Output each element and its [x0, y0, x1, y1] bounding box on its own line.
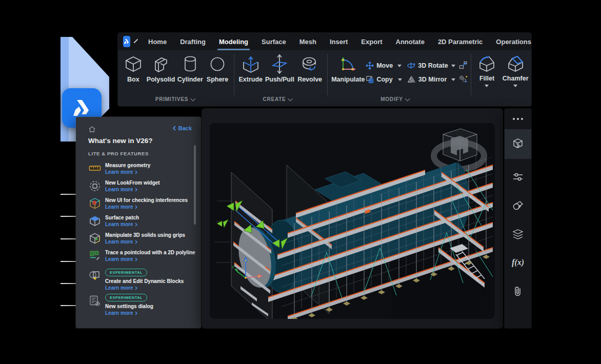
revolve-icon [299, 54, 320, 74]
rotate-3d-icon [407, 62, 415, 70]
back-button[interactable]: Back [173, 125, 192, 131]
tab-insert[interactable]: Insert [323, 33, 354, 50]
chevron-right-icon [135, 286, 137, 290]
dropdown-caret-icon[interactable] [397, 65, 402, 67]
dropdown-caret-icon[interactable] [485, 85, 489, 87]
decor-line [61, 216, 76, 217]
stage: Home Drafting Modeling Surface Mesh Inse… [0, 0, 601, 364]
dropdown-caret-icon[interactable] [451, 65, 455, 67]
tool-fillet[interactable]: Fillet [474, 53, 500, 87]
feature-dynamic-blocks: EXPERIMENTAL Create and Edit Dynamic Blo… [76, 266, 201, 291]
learn-more-link[interactable]: Learn more [105, 204, 201, 210]
tool-polysolid[interactable]: Polysolid [146, 53, 176, 83]
tab-modeling[interactable]: Modeling [212, 33, 255, 50]
chevron-down-icon[interactable] [134, 38, 138, 43]
sidebar-item-expressions[interactable]: f(x) [505, 252, 531, 273]
learn-more-link[interactable]: Learn more [105, 310, 201, 316]
lookfrom-icon [89, 180, 101, 192]
layers-icon [512, 229, 524, 240]
sidebar-item-attachments[interactable] [505, 281, 531, 301]
modify-small-buttons [458, 60, 468, 84]
tool-pushpull[interactable]: Push/Pull [264, 53, 296, 83]
tool-manipulate[interactable]: Manipulate [331, 53, 366, 83]
tool-extrude[interactable]: Extrude [237, 53, 264, 83]
tool-3d-mirror[interactable]: 3D Mirror [418, 76, 448, 83]
tool-revolve[interactable]: Revolve [295, 53, 324, 83]
scale-rect-icon[interactable] [458, 60, 468, 70]
tool-copy[interactable]: Copy [376, 76, 394, 83]
mirror-3d-icon [407, 75, 416, 84]
section-create[interactable]: CREATE [263, 96, 292, 102]
learn-more-link[interactable]: Learn more [105, 187, 201, 192]
modify-rows: Move 3D Rotate Copy [366, 60, 455, 85]
tool-sphere[interactable]: Sphere [204, 53, 231, 83]
sidebar-item-model-browser[interactable] [505, 129, 531, 159]
box-icon [123, 54, 144, 74]
learn-more-link[interactable]: Learn more [105, 256, 201, 262]
dynamic-blocks-icon [89, 270, 101, 282]
model-browser-icon [511, 137, 525, 151]
learn-more-link[interactable]: Learn more [105, 285, 201, 291]
right-sidebar: f(x) [505, 109, 531, 328]
tab-drafting[interactable]: Drafting [173, 33, 212, 50]
section-modify[interactable]: MODIFY [380, 96, 409, 102]
learn-more-link[interactable]: Learn more [105, 221, 201, 227]
guide-lines [215, 201, 232, 262]
interference-cube-icon [89, 197, 101, 210]
chevron-down-icon [288, 96, 293, 101]
learn-more-link[interactable]: Learn more [105, 239, 201, 245]
chevron-right-icon [135, 223, 137, 227]
app-logo[interactable] [123, 36, 130, 47]
gears-icon[interactable] [458, 74, 468, 84]
feature-measure-geometry: Measure geometry Learn more [76, 161, 201, 178]
chevron-right-icon [135, 205, 137, 209]
tab-2d-parametric[interactable]: 2D Parametric [431, 33, 489, 50]
viewport-canvas[interactable]: Y [210, 123, 495, 319]
tool-cylinder[interactable]: Cylinder [176, 53, 204, 83]
tab-export[interactable]: Export [354, 33, 389, 50]
tool-move[interactable]: Move [376, 62, 394, 69]
sidebar-item-materials[interactable] [505, 195, 531, 216]
cylinder-icon [180, 54, 201, 74]
chevron-right-icon [135, 188, 137, 192]
feature-interference-check: New UI for checking interferences Learn … [76, 196, 201, 213]
overflow-menu-icon[interactable] [513, 118, 523, 120]
chevron-right-icon [135, 170, 137, 174]
chevron-right-icon [135, 311, 137, 315]
tool-chamfer[interactable]: Chamfer [499, 53, 531, 87]
feature-lookfrom-widget: New LookFrom widget Learn more [76, 178, 201, 196]
chevron-down-icon [190, 96, 195, 101]
learn-more-link[interactable]: Learn more [105, 169, 201, 175]
decor-line [61, 194, 76, 195]
section-primitives[interactable]: PRIMITIVES [155, 96, 195, 102]
ucs-y-label: Y [231, 265, 235, 270]
dropdown-caret-icon[interactable] [398, 78, 402, 81]
tab-surface[interactable]: Surface [255, 33, 293, 50]
viewport-window: Y [202, 109, 503, 328]
tool-box[interactable]: Box [121, 53, 146, 83]
ribbon-tab-bar: Home Drafting Modeling Surface Mesh Inse… [118, 33, 531, 50]
pushpull-icon [269, 54, 290, 74]
paperclip-icon [513, 286, 523, 297]
tab-home[interactable]: Home [142, 33, 173, 50]
tool-3d-rotate[interactable]: 3D Rotate [418, 62, 448, 69]
ribbon-window: Home Drafting Modeling Surface Mesh Inse… [118, 33, 531, 106]
divider [234, 54, 234, 95]
chevron-right-icon [135, 257, 137, 261]
dropdown-caret-icon[interactable] [513, 85, 517, 87]
grips-cube-icon [89, 232, 101, 245]
whats-new-panel: Back What's new in V26? LITE & PRO FEATU… [76, 117, 201, 328]
home-icon[interactable] [88, 126, 96, 133]
tab-operations[interactable]: Operations [489, 33, 538, 50]
tab-annotate[interactable]: Annotate [389, 33, 431, 50]
dropdown-caret-icon[interactable] [451, 78, 455, 81]
tab-mesh[interactable]: Mesh [293, 33, 323, 50]
lookfrom-widget[interactable] [434, 129, 484, 169]
panel-title: What's new in V26? [88, 137, 152, 145]
sidebar-item-properties[interactable] [505, 167, 531, 187]
3d-scene: Y [210, 123, 495, 319]
sidebar-item-layers[interactable] [505, 224, 531, 245]
copy-icon [366, 75, 374, 84]
bricscad-lambda-icon [70, 96, 94, 120]
feature-list: Measure geometry Learn more New LookFrom… [76, 161, 201, 316]
